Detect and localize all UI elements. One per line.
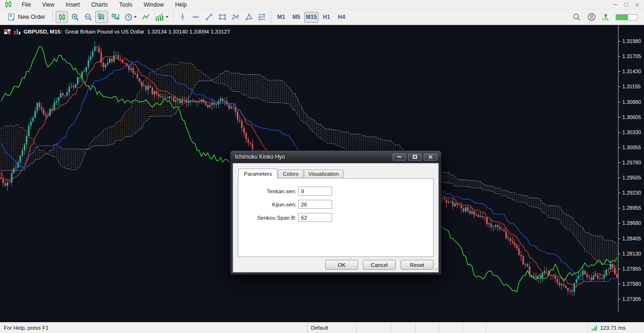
- price-axis-label: 1.29230: [622, 190, 641, 196]
- parameters-panel: Tenkan-sen: Kijun-sen: Senkou Span B:: [238, 178, 434, 257]
- menu-file[interactable]: File: [16, 0, 36, 9]
- price-axis-label: 1.30605: [622, 114, 641, 120]
- candlestick-chart-button[interactable]: [56, 11, 68, 23]
- connection-status[interactable]: 123.71 ms: [587, 323, 644, 333]
- rectangle-tool-button[interactable]: [216, 11, 228, 23]
- shift-chart-left-button[interactable]: [95, 11, 108, 23]
- menu-window[interactable]: Window: [138, 0, 170, 9]
- indicators-icon: [155, 13, 164, 21]
- price-tick: [619, 147, 620, 148]
- price-axis-label: 1.29505: [622, 175, 641, 180]
- mt5-window: File View Insert Charts Tools Window Hel…: [0, 0, 644, 333]
- channel-tool-button[interactable]: [229, 11, 242, 23]
- status-cell: [391, 323, 415, 333]
- shift-left-icon: [97, 13, 106, 21]
- tenkan-sen-input[interactable]: [298, 187, 332, 196]
- dialog-close-button[interactable]: [424, 154, 437, 161]
- price-tick: [619, 284, 620, 284]
- status-profile[interactable]: Default: [307, 323, 356, 333]
- reset-button[interactable]: Reset: [401, 260, 434, 270]
- price-tick: [619, 178, 620, 178]
- price-axis-label: 1.27855: [622, 266, 641, 272]
- fibonacci-tool-button[interactable]: [256, 11, 268, 23]
- search-icon[interactable]: [573, 13, 581, 21]
- cancel-button[interactable]: Cancel: [363, 260, 396, 270]
- chart-restore-icon[interactable]: [624, 3, 628, 7]
- tab-parameters[interactable]: Parameters: [238, 169, 277, 179]
- status-cell: [356, 323, 391, 333]
- zoom-out-button[interactable]: [82, 11, 94, 23]
- menu-charts[interactable]: Charts: [85, 0, 113, 9]
- menu-help[interactable]: Help: [169, 0, 192, 9]
- toolbar-separator: [173, 11, 174, 23]
- new-order-button[interactable]: New Order: [3, 11, 50, 23]
- price-axis-label: 1.30880: [622, 99, 641, 105]
- zigzag-tool-button[interactable]: [140, 11, 152, 23]
- resize-grip[interactable]: [434, 267, 437, 271]
- chart-minimize-icon[interactable]: [613, 4, 618, 5]
- tab-colors[interactable]: Colors: [278, 170, 303, 178]
- zoom-in-button[interactable]: [69, 11, 81, 23]
- new-order-icon: [8, 13, 15, 21]
- candlestick-chart-icon: [58, 13, 66, 21]
- timeframe-m15-button[interactable]: M15: [304, 12, 318, 23]
- senkou-span-b-input[interactable]: [298, 213, 332, 222]
- horizontal-line-icon: [192, 13, 200, 21]
- chart-close-icon[interactable]: [635, 3, 639, 7]
- shift-chart-right-button[interactable]: [109, 11, 122, 23]
- chevron-down-icon: [166, 16, 168, 18]
- period-selector-button[interactable]: [123, 11, 139, 23]
- price-axis-label: 1.30330: [622, 129, 641, 135]
- latency-value: 123.71 ms: [600, 325, 626, 331]
- dialog-minimize-button[interactable]: [393, 154, 406, 161]
- senkou-span-b-row: Senkou Span B:: [238, 213, 332, 222]
- price-axis-label: 1.29780: [622, 160, 641, 165]
- timeframe-m5-button[interactable]: M5: [289, 12, 303, 23]
- price-axis-label: 1.31155: [622, 84, 641, 89]
- dialog-title: Ichimoku Kinko Hyo: [235, 154, 285, 160]
- trendline-icon: [205, 13, 213, 21]
- kijun-sen-row: Kijun-sen:: [238, 200, 332, 209]
- menu-insert[interactable]: Insert: [60, 0, 85, 9]
- zigzag-icon: [142, 13, 150, 21]
- status-cell: [462, 323, 486, 333]
- vertical-line-tool-button[interactable]: [176, 11, 189, 23]
- horizontal-line-tool-button[interactable]: [190, 11, 202, 23]
- timeframe-h1-button[interactable]: H1: [319, 12, 334, 23]
- dialog-tabs: Parameters Colors Visualization: [233, 163, 438, 178]
- tenkan-sen-row: Tenkan-sen:: [238, 187, 332, 196]
- kumo-cloud-bullish: [1, 62, 210, 171]
- price-tick: [619, 86, 620, 87]
- trendline-tool-button[interactable]: [203, 11, 215, 23]
- dialog-titlebar[interactable]: Ichimoku Kinko Hyo: [230, 151, 441, 163]
- triangle-tool-button[interactable]: [243, 11, 255, 23]
- signal-bars-icon: [592, 325, 597, 331]
- price-tick: [619, 102, 620, 102]
- dialog-maximize-button[interactable]: [408, 154, 422, 161]
- price-axis-label: 1.27580: [622, 281, 641, 287]
- profile-icon[interactable]: [587, 13, 596, 21]
- maximize-icon: [413, 155, 417, 159]
- tab-visualization[interactable]: Visualization: [304, 170, 343, 178]
- level-up-indicator[interactable]: LVL: [602, 14, 609, 21]
- timeframe-h4-button[interactable]: H4: [335, 12, 349, 23]
- kijun-sen-input[interactable]: [298, 200, 332, 209]
- price-tick: [619, 223, 620, 223]
- price-tick: [619, 193, 620, 193]
- timeframe-m1-button[interactable]: M1: [274, 12, 288, 23]
- price-tick: [619, 56, 620, 57]
- menu-tools[interactable]: Tools: [114, 0, 138, 9]
- price-axis-label: 1.28955: [622, 205, 641, 211]
- minimize-icon: [397, 156, 401, 157]
- status-cell: [439, 323, 462, 333]
- price-tick: [619, 71, 620, 72]
- toolbar: New Order: [0, 9, 644, 25]
- toolbar-separator: [271, 11, 271, 23]
- price-axis[interactable]: 1.319801.317051.314301.311551.308801.306…: [618, 25, 644, 312]
- indicators-button[interactable]: [153, 11, 170, 23]
- zoom-out-icon: [84, 13, 92, 21]
- shift-right-icon: [111, 13, 120, 21]
- menu-view[interactable]: View: [36, 0, 60, 9]
- ok-button[interactable]: OK: [325, 260, 358, 270]
- dialog-body: Parameters Colors Visualization Tenkan-s…: [233, 163, 439, 273]
